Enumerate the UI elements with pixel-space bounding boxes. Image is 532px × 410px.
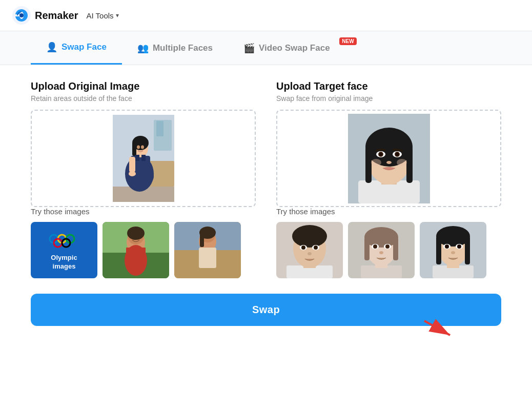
svg-rect-4: [156, 121, 163, 136]
svg-point-82: [379, 251, 383, 254]
svg-rect-89: [465, 236, 470, 264]
svg-rect-37: [199, 248, 216, 268]
logo-icon: [12, 6, 31, 25]
tab-video-swap[interactable]: 🎬 Video Swap Face NEW: [228, 32, 356, 64]
svg-point-49: [379, 153, 382, 156]
ai-tools-label: AI Tools: [87, 11, 114, 20]
sample-img-woman-portrait-1[interactable]: [348, 222, 415, 278]
upload-target-subtitle: Swap face from original image: [276, 94, 501, 102]
sample-woman2-img: [420, 222, 486, 278]
svg-point-93: [457, 244, 461, 249]
upload-target-box[interactable]: [276, 110, 501, 207]
new-badge: NEW: [339, 37, 356, 45]
svg-point-54: [371, 159, 381, 166]
svg-point-69: [314, 245, 318, 250]
try-label-right: Try those images: [276, 207, 501, 216]
sample-woman1-img: [348, 222, 415, 278]
sample-img-2: [103, 222, 169, 278]
svg-point-70: [308, 252, 312, 255]
svg-rect-15: [135, 155, 139, 161]
upload-row: Upload Original Image Retain areas outsi…: [31, 80, 501, 278]
svg-point-81: [385, 244, 390, 249]
svg-point-94: [451, 251, 455, 254]
tab-swap-face-label: Swap Face: [62, 42, 107, 52]
sample-man-img: [276, 222, 343, 278]
tab-swap-face[interactable]: 👤 Swap Face: [31, 31, 122, 65]
olympic-label: Olympicimages: [51, 254, 77, 271]
svg-point-52: [396, 153, 399, 156]
svg-point-91: [445, 244, 449, 249]
arrow-indicator: [419, 316, 460, 341]
svg-rect-12: [132, 143, 136, 156]
svg-point-65: [316, 232, 326, 242]
sample-images-right: [276, 222, 501, 278]
tab-multiple-faces[interactable]: 👥 Multiple Faces: [122, 32, 228, 64]
svg-line-96: [424, 321, 450, 335]
tab-video-swap-label: Video Swap Face: [259, 43, 330, 53]
sample-img-man[interactable]: [276, 222, 343, 278]
swap-button-row: Swap: [31, 294, 501, 326]
svg-point-31: [127, 227, 145, 240]
sample-img-woman-portrait-2[interactable]: [420, 222, 486, 278]
olympic-rings-icon: [49, 230, 79, 252]
svg-point-1: [19, 13, 24, 17]
tab-multiple-faces-label: Multiple Faces: [153, 43, 213, 53]
svg-point-67: [301, 245, 305, 250]
try-label-left: Try those images: [31, 207, 256, 216]
tabs-bar: 👤 Swap Face 👥 Multiple Faces 🎬 Video Swa…: [0, 31, 532, 65]
multiple-faces-icon: 👥: [137, 43, 149, 54]
svg-rect-30: [126, 248, 146, 265]
brand-name: Remaker: [35, 10, 78, 22]
olympic-images-card[interactable]: Olympicimages: [31, 222, 97, 278]
svg-point-79: [373, 244, 377, 249]
svg-rect-16: [141, 155, 146, 161]
svg-rect-13: [129, 157, 135, 172]
sample-img-3: [174, 222, 241, 278]
svg-rect-76: [364, 237, 370, 260]
svg-point-18: [141, 146, 144, 149]
upload-target-section: Upload Target face Swap face from origin…: [276, 80, 501, 278]
svg-point-17: [137, 146, 140, 149]
upload-original-box[interactable]: [31, 110, 256, 207]
sample-img-woman-outdoors[interactable]: [174, 222, 241, 278]
original-image-preview: [113, 115, 174, 202]
svg-rect-46: [406, 147, 413, 183]
upload-original-section: Upload Original Image Retain areas outsi…: [31, 80, 256, 278]
swap-face-icon: 👤: [46, 42, 57, 53]
svg-rect-77: [393, 237, 398, 260]
svg-point-14: [129, 171, 136, 176]
main-content: Upload Original Image Retain areas outsi…: [0, 65, 532, 341]
upload-target-title: Upload Target face: [276, 80, 501, 92]
target-image-preview: [348, 114, 430, 203]
header: Remaker AI Tools ▾: [0, 0, 532, 31]
sample-images-left: Olympicimages: [31, 222, 256, 278]
svg-point-55: [397, 159, 407, 166]
sample-img-woman-red[interactable]: [103, 222, 169, 278]
svg-rect-39: [200, 233, 204, 247]
upload-original-title: Upload Original Image: [31, 80, 256, 92]
video-icon: 🎬: [243, 43, 255, 54]
svg-point-53: [386, 161, 392, 164]
upload-original-subtitle: Retain areas outside of the face: [31, 94, 256, 102]
svg-rect-88: [436, 236, 441, 264]
svg-rect-45: [365, 147, 372, 183]
chevron-down-icon: ▾: [116, 12, 119, 19]
ai-tools-menu[interactable]: AI Tools ▾: [87, 11, 119, 20]
